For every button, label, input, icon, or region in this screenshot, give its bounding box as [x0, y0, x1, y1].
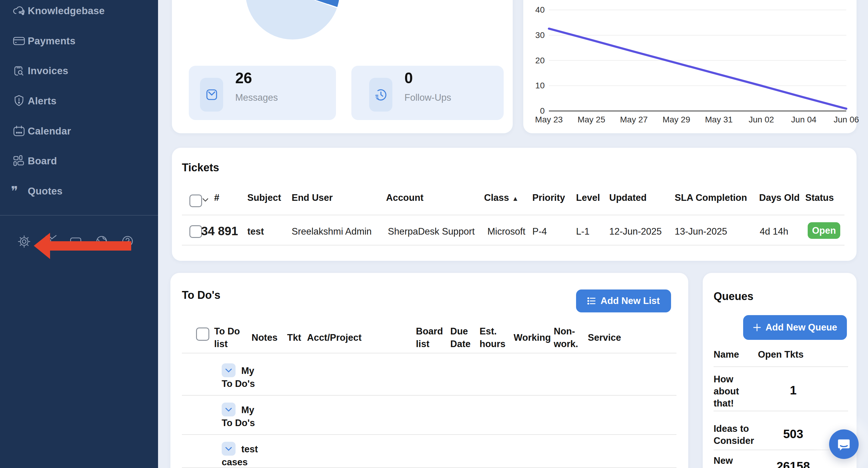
- sidebar-item-quotes[interactable]: ❞ Quotes: [0, 183, 158, 199]
- col-due-date[interactable]: Due Date: [450, 325, 470, 350]
- ticket-number[interactable]: 34 891: [201, 224, 238, 238]
- ticket-account: SherpaDesk Support: [388, 226, 475, 237]
- trend-line-chart: [540, 0, 860, 115]
- ticket-days-old: 4d 14h: [760, 226, 788, 237]
- mail-icon: [205, 88, 219, 102]
- todos-row-divider: [182, 395, 677, 396]
- col-account[interactable]: Account: [386, 191, 424, 204]
- chat-bubble-icon: [836, 437, 851, 452]
- ticket-subject[interactable]: test: [247, 226, 264, 237]
- sidebar-item-label: Board: [28, 155, 57, 167]
- y-tick-label: 40: [524, 5, 545, 15]
- todo-list-name-line1[interactable]: My: [241, 366, 254, 376]
- x-tick-label: May 31: [696, 115, 741, 125]
- queues-open-tkts-header[interactable]: Open Tkts: [758, 348, 804, 361]
- queue-name[interactable]: Ideas to Consider: [714, 423, 754, 447]
- todos-row-divider: [182, 434, 677, 435]
- chat-launcher-button[interactable]: [829, 429, 859, 459]
- queue-name[interactable]: How about that!: [714, 373, 739, 409]
- followups-icon-chip: [369, 78, 392, 112]
- col-board-list[interactable]: Board list: [416, 325, 443, 350]
- todo-list-name-line2[interactable]: cases: [222, 457, 248, 468]
- col-level[interactable]: Level: [576, 191, 600, 204]
- col-notes[interactable]: Notes: [251, 332, 277, 344]
- todo-expand-chip[interactable]: [222, 403, 236, 416]
- sidebar-item-label: Calendar: [28, 125, 71, 137]
- queues-name-header[interactable]: Name: [714, 348, 739, 361]
- ticket-status-badge[interactable]: Open: [808, 222, 840, 239]
- todo-list-name-line2[interactable]: To Do's: [222, 378, 255, 389]
- settings-gear-icon[interactable]: [18, 235, 31, 248]
- col-acct-project[interactable]: Acct/Project: [307, 332, 362, 344]
- col-days-old[interactable]: Days Old: [759, 191, 800, 204]
- messages-tile[interactable]: 26 Messages: [189, 66, 336, 120]
- col-class[interactable]: Class▲: [484, 191, 519, 205]
- chevron-down-icon[interactable]: [202, 198, 209, 202]
- plus-icon: [753, 323, 761, 332]
- sidebar-item-label: Alerts: [28, 95, 56, 107]
- col-est-hours[interactable]: Est. hours: [479, 325, 505, 350]
- sidebar-item-label: Payments: [28, 35, 75, 47]
- ticket-end-user: Sreelakshmi Admin: [292, 226, 372, 237]
- followups-count: 0: [404, 70, 413, 87]
- x-tick-label: May 27: [611, 115, 657, 125]
- sidebar-item-label: Quotes: [28, 185, 62, 197]
- sidebar-item-label: Invoices: [28, 65, 68, 76]
- red-arrow-annotation: [30, 229, 136, 262]
- col-subject[interactable]: Subject: [247, 191, 281, 204]
- todo-expand-chip[interactable]: [222, 363, 236, 377]
- queue-name[interactable]: New Tickets: [714, 455, 746, 468]
- knowledgebase-cloud-icon: [12, 4, 26, 18]
- shield-alert-icon: [12, 94, 26, 108]
- col-priority[interactable]: Priority: [532, 191, 565, 204]
- sidebar-item-alerts[interactable]: Alerts: [0, 93, 158, 110]
- sidebar-item-board[interactable]: Board: [0, 153, 158, 169]
- x-tick-label: Jun 04: [781, 115, 826, 125]
- sort-ascending-icon: ▲: [512, 195, 519, 202]
- messages-icon-chip: [200, 78, 223, 112]
- todo-list-name-line1[interactable]: My: [241, 405, 254, 415]
- col-end-user[interactable]: End User: [292, 191, 333, 204]
- followups-tile[interactable]: 0 Follow-Ups: [351, 66, 504, 120]
- add-new-list-button[interactable]: Add New List: [576, 289, 671, 312]
- col-non-work[interactable]: Non- work.: [554, 325, 578, 350]
- chevron-down-icon: [225, 446, 232, 451]
- todos-title: To Do's: [182, 289, 220, 302]
- col-tkt[interactable]: Tkt: [287, 332, 301, 344]
- tickets-select-all-checkbox[interactable]: [189, 194, 202, 207]
- col-status[interactable]: Status: [805, 191, 834, 204]
- y-tick-label: 0: [524, 106, 545, 116]
- calendar-icon: [12, 124, 26, 138]
- col-service[interactable]: Service: [588, 332, 621, 344]
- col-number[interactable]: #: [214, 191, 219, 204]
- sidebar-item-knowledgebase[interactable]: Knowledgebase: [0, 2, 158, 19]
- tickets-header-divider: [182, 215, 844, 215]
- sidebar-item-payments[interactable]: Payments: [0, 33, 158, 50]
- col-sla[interactable]: SLA Completion: [675, 191, 747, 204]
- col-todo-list[interactable]: To Do list: [214, 325, 240, 350]
- x-tick-label: May 25: [569, 115, 614, 125]
- tickets-card: Tickets # Subject End User Account Class…: [172, 148, 857, 261]
- queues-row-divider: [714, 411, 848, 411]
- dashboard-page: Knowledgebase Payments Invoices Alerts: [0, 0, 868, 468]
- credit-card-icon: [12, 34, 26, 48]
- queues-header-divider: [714, 366, 848, 367]
- x-tick-label: Jun 06: [824, 115, 868, 125]
- sidebar-divider: [0, 215, 158, 216]
- sidebar-item-invoices[interactable]: Invoices: [0, 62, 158, 79]
- sidebar: Knowledgebase Payments Invoices Alerts: [0, 0, 158, 468]
- chevron-down-icon: [225, 368, 232, 373]
- todos-select-all-checkbox[interactable]: [196, 327, 209, 341]
- sidebar-item-calendar[interactable]: Calendar: [0, 123, 158, 139]
- messages-count: 26: [235, 70, 252, 87]
- todo-expand-chip[interactable]: [222, 442, 236, 456]
- ticket-row-checkbox[interactable]: [189, 225, 202, 238]
- add-new-queue-button[interactable]: Add New Queue: [743, 315, 847, 340]
- col-working[interactable]: Working: [514, 332, 551, 344]
- todo-list-name-line2[interactable]: To Do's: [222, 418, 255, 429]
- col-updated[interactable]: Updated: [609, 191, 647, 204]
- todo-list-name-line1[interactable]: test: [241, 444, 258, 455]
- ticket-class: Microsoft: [487, 226, 525, 237]
- sidebar-item-label: Knowledgebase: [28, 5, 105, 17]
- todos-card: To Do's Add New List To Do list Notes Tk…: [170, 273, 688, 468]
